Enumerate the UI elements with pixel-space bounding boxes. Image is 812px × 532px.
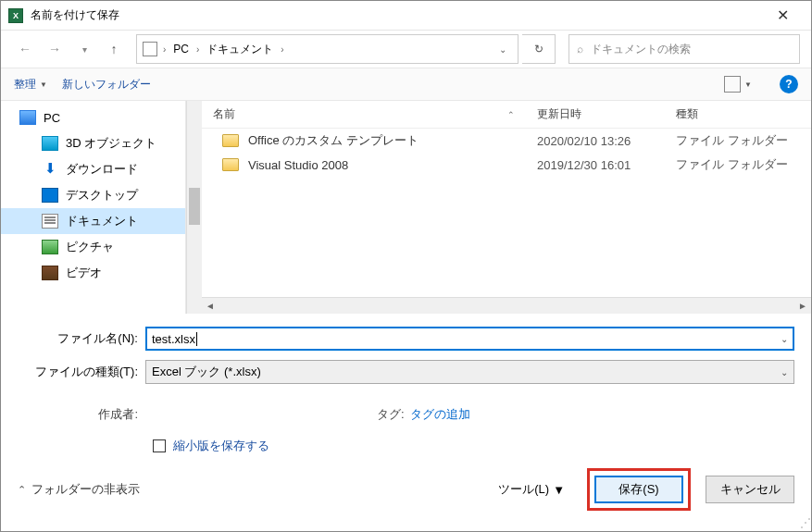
search-placeholder: ドキュメントの検索: [591, 42, 691, 57]
file-header: 名前⌃ 更新日時 種類: [202, 101, 811, 129]
recent-dropdown[interactable]: ▾: [71, 36, 97, 62]
forward-button[interactable]: →: [42, 36, 68, 62]
tools-button[interactable]: ツール(L) ▼: [498, 481, 565, 498]
resize-grip-icon[interactable]: ⋰: [800, 516, 809, 529]
search-icon: ⌕: [577, 43, 583, 56]
filetype-label: ファイルの種類(T):: [18, 364, 145, 380]
save-form: ファイル名(N): test.xlsx ⌄ ファイルの種類(T): Excel …: [1, 314, 811, 401]
video-icon: [42, 266, 58, 280]
chevron-down-icon: ▼: [553, 483, 565, 497]
crumb-folder[interactable]: ドキュメント: [205, 42, 275, 57]
organize-button[interactable]: 整理▼: [14, 77, 47, 93]
folder-icon: [222, 134, 239, 147]
picture-icon: [42, 240, 58, 254]
chevron-right-icon: ›: [161, 44, 168, 55]
col-type[interactable]: 種類: [665, 106, 811, 122]
folder-icon: [222, 158, 239, 171]
breadcrumb[interactable]: › PC › ドキュメント › ⌄: [136, 34, 518, 64]
scroll-right-icon[interactable]: ►: [794, 301, 811, 311]
tree-scrollbar[interactable]: [186, 101, 202, 314]
scroll-left-icon[interactable]: ◄: [202, 301, 219, 311]
hide-folders-button[interactable]: ⌃ フォルダーの非表示: [18, 481, 140, 498]
meta-row: 作成者: タグ: タグの追加: [1, 401, 811, 428]
tree-desktop[interactable]: デスクトップ: [1, 182, 185, 208]
back-button[interactable]: ←: [12, 36, 38, 62]
tree-pc[interactable]: PC: [1, 105, 185, 130]
title-bar: X 名前を付けて保存 ✕: [1, 1, 811, 31]
tree-downloads[interactable]: ⬇ダウンロード: [1, 156, 185, 182]
save-button[interactable]: 保存(S): [594, 476, 683, 503]
pc-icon: [143, 42, 157, 56]
tree-pictures[interactable]: ピクチャ: [1, 234, 185, 260]
cancel-button[interactable]: キャンセル: [706, 476, 794, 503]
view-button[interactable]: ▼: [724, 76, 752, 93]
pc-icon: [19, 110, 36, 125]
close-button[interactable]: ✕: [762, 2, 804, 30]
chevron-right-icon: ›: [194, 44, 201, 55]
chevron-up-icon: ⌃: [18, 484, 26, 496]
breadcrumb-dropdown[interactable]: ⌄: [499, 44, 506, 55]
save-highlight: 保存(S): [587, 468, 691, 511]
new-folder-button[interactable]: 新しいフォルダー: [62, 77, 151, 93]
col-name[interactable]: 名前⌃: [202, 106, 526, 122]
author-label: 作成者:: [18, 406, 145, 423]
sort-caret-icon: ⌃: [507, 110, 515, 119]
tree-videos[interactable]: ビデオ: [1, 260, 185, 286]
file-row[interactable]: Visual Studio 2008 2019/12/30 16:01 ファイル…: [202, 153, 811, 177]
window-title: 名前を付けて保存: [31, 7, 762, 23]
filetype-select[interactable]: Excel ブック (*.xlsx) ⌄: [145, 360, 794, 384]
filename-input[interactable]: test.xlsx ⌄: [145, 327, 794, 351]
nav-row: ← → ▾ ↑ › PC › ドキュメント › ⌄ ↻ ⌕ ドキュメントの検索: [1, 31, 811, 68]
view-icon: [724, 76, 741, 93]
excel-icon: X: [8, 8, 23, 23]
footer: ⌃ フォルダーの非表示 ツール(L) ▼ 保存(S) キャンセル: [1, 464, 811, 515]
document-icon: [42, 214, 58, 229]
file-row[interactable]: Office のカスタム テンプレート 2020/02/10 13:26 ファイ…: [202, 129, 811, 153]
chevron-right-icon: ›: [279, 44, 285, 55]
chevron-down-icon: ▼: [744, 80, 752, 89]
filename-dropdown-icon[interactable]: ⌄: [781, 334, 788, 344]
help-button[interactable]: ?: [780, 75, 798, 93]
thumbnail-checkbox[interactable]: 縮小版を保存する: [1, 428, 811, 464]
filetype-dropdown-icon[interactable]: ⌄: [781, 367, 788, 377]
toolbar: 整理▼ 新しいフォルダー ▼ ?: [1, 68, 811, 101]
crumb-pc[interactable]: PC: [171, 43, 191, 56]
tags-label: タグ:: [377, 406, 405, 423]
tree-3d-objects[interactable]: 3D オブジェクト: [1, 130, 185, 156]
refresh-button[interactable]: ↻: [522, 34, 556, 64]
download-icon: ⬇: [42, 162, 58, 177]
col-date[interactable]: 更新日時: [526, 106, 665, 122]
checkbox-icon: [153, 439, 166, 452]
up-button[interactable]: ↑: [101, 36, 127, 62]
cube-icon: [42, 136, 58, 151]
search-input[interactable]: ⌕ ドキュメントの検索: [568, 34, 800, 64]
chevron-down-icon: ▼: [40, 80, 47, 89]
tree-documents[interactable]: ドキュメント: [1, 208, 185, 234]
tags-value[interactable]: タグの追加: [410, 406, 470, 423]
nav-tree: PC 3D オブジェクト ⬇ダウンロード デスクトップ ドキュメント ピクチャ …: [1, 101, 186, 314]
file-hscrollbar[interactable]: ◄ ►: [202, 297, 811, 314]
file-list: 名前⌃ 更新日時 種類 Office のカスタム テンプレート 2020/02/…: [202, 101, 811, 314]
filename-label: ファイル名(N):: [18, 330, 145, 347]
desktop-icon: [42, 188, 58, 203]
